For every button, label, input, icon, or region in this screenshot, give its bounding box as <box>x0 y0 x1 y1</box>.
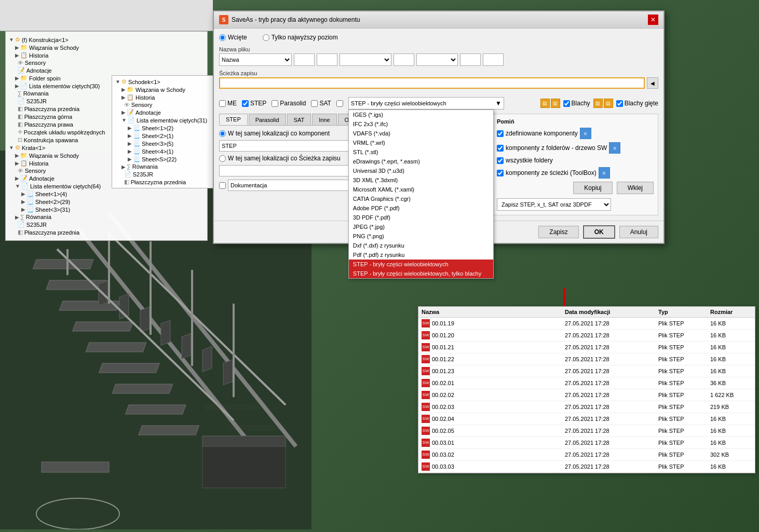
doc-checkbox[interactable] <box>219 182 226 189</box>
path-input[interactable]: C:\Users\karpi\Desktop\Szkolenie MacroSo… <box>219 77 645 89</box>
tree-item-s235jr-2[interactable]: 📄 S235JR <box>14 221 205 228</box>
dropdown-item-step-blachy[interactable]: STEP - bryły części wieloobiektowych, ty… <box>349 269 493 278</box>
tab-parasolid[interactable]: Parasolid <box>249 114 286 125</box>
tree-item-s235jr-s[interactable]: 📄 S235JR <box>120 170 213 178</box>
cb-blachy-giete[interactable]: Blachy gięte <box>616 100 658 107</box>
tree-item-historia[interactable]: ▶ 📋 Historia <box>14 51 205 59</box>
file-row[interactable]: SW 00.01.23 27.05.2021 17:28 Plik STEP 1… <box>418 365 755 377</box>
nazwa-input-extra1[interactable] <box>294 53 315 66</box>
radio-wciente[interactable]: Wcięte <box>219 34 247 41</box>
tree-item-adnotacje-s[interactable]: ▶ 📝 Adnotacje <box>120 108 213 116</box>
omit-cb-1[interactable] <box>497 130 504 137</box>
col-data[interactable]: Data modyfikacji <box>565 309 658 315</box>
col-nazwa[interactable]: Nazwa <box>422 309 565 315</box>
file-row[interactable]: SW 00.01.21 27.05.2021 17:28 Plik STEP 1… <box>418 342 755 353</box>
dropdown-item-3dpdf[interactable]: 3D PDF (*.pdf) <box>349 213 493 222</box>
cb-me[interactable]: ME <box>219 100 237 107</box>
col-rozmiar[interactable]: Rozmiar <box>710 309 752 315</box>
tab-step[interactable]: STEP <box>219 114 248 125</box>
tree-item-sheet3-5[interactable]: ▶ 📃 Sheet<3>(5) <box>127 140 213 147</box>
tree-item-schodek[interactable]: ▼ ⚙ Schodek<1> <box>114 78 213 86</box>
dropdown-item-jpeg[interactable]: JPEG (*.jpg) <box>349 222 493 231</box>
nazwa-select-2[interactable] <box>340 53 391 66</box>
nazwa-input-extra5[interactable] <box>483 53 504 66</box>
cb-sat[interactable]: SAT <box>311 100 331 107</box>
dropdown-item-vrml[interactable]: VRML (*.wrl) <box>349 138 493 147</box>
dropdown-item-pdf[interactable]: Adobe PDF (*.pdf) <box>349 203 493 213</box>
tree-item-sensory-s[interactable]: 👁 Sensory <box>120 101 213 108</box>
save-button[interactable]: Zapisz <box>538 226 578 238</box>
file-row[interactable]: SW 00.01.20 27.05.2021 17:28 Plik STEP 1… <box>418 330 755 342</box>
dropdown-item-u3d[interactable]: Universal 3D (*.u3d) <box>349 166 493 175</box>
dropdown-item-step-multi[interactable]: STEP - bryły części wieloobiektowych <box>349 260 493 269</box>
omit-cb-3[interactable] <box>497 157 504 164</box>
dropdown-item-3dxml[interactable]: 3D XML (*.3dxml) <box>349 175 493 185</box>
tree-item-rownania-2[interactable]: ▶ ∑ Równania <box>14 213 205 221</box>
tree-item-sheet1-2[interactable]: ▶ 📃 Sheet<1>(2) <box>127 124 213 132</box>
dropdown-item-vdafs[interactable]: VDAFS (*.vda) <box>349 129 493 138</box>
file-row[interactable]: SW 00.01.22 27.05.2021 17:28 Plik STEP 1… <box>418 353 755 365</box>
tree-item-sheet2-1[interactable]: ▶ 📃 Sheet<2>(1) <box>127 132 213 140</box>
nazwa-select[interactable]: Nazwa <box>219 53 292 66</box>
omit-cb-2[interactable] <box>497 145 504 152</box>
tree-item-plaszcz-przednia-2[interactable]: ◧ Płaszczyzna przednia <box>14 228 205 236</box>
file-row[interactable]: SW 00.02.03 27.05.2021 17:28 Plik STEP 2… <box>418 401 755 413</box>
dropdown-item-stl[interactable]: STL (*.stl) <box>349 147 493 157</box>
tab-inne[interactable]: Inne <box>312 114 336 125</box>
col-typ[interactable]: Typ <box>658 309 710 315</box>
file-row[interactable]: SW 00.01.19 27.05.2021 17:28 Plik STEP 1… <box>418 318 755 330</box>
cb-parasolid[interactable]: Parasolid <box>272 100 306 107</box>
cancel-button[interactable]: Anuluj <box>619 226 658 238</box>
dropdown-item-iges[interactable]: IGES (*.igs) <box>349 110 493 119</box>
tree-item-wiazania[interactable]: ▶ 📁 Wiązania w Schody <box>14 44 205 51</box>
format-dropdown-trigger[interactable]: STEP - bryły części wieloobiektowych ▼ <box>348 97 504 110</box>
tree-item-sheet2-29[interactable]: ▶ 📃 Sheet<2>(29) <box>20 198 205 206</box>
path-browse-button[interactable]: ◀ <box>647 77 658 89</box>
tree-item-lista-31[interactable]: ▼ 📄 Lista elementów ciętych(31) <box>120 116 213 124</box>
dropdown-item-xaml[interactable]: Microsoft XAML (*.xaml) <box>349 185 493 194</box>
close-button[interactable]: ✕ <box>648 15 658 25</box>
tree-item-sheet1-4[interactable]: ▶ 📃 Sheet<1>(4) <box>20 190 205 198</box>
tab-sat[interactable]: SAT <box>287 114 311 125</box>
tree-item-sensory-1[interactable]: 👁 Sensory <box>14 59 205 66</box>
tree-item-sheet5-22[interactable]: ▶ 📃 Sheet<5>(22) <box>127 155 213 163</box>
file-row[interactable]: SW 00.03.03 27.05.2021 17:28 Plik STEP 1… <box>418 461 755 473</box>
tree-item-adnotacje[interactable]: 📝 Adnotacje <box>14 66 205 74</box>
file-row[interactable]: SW 00.02.02 27.05.2021 17:28 Plik STEP 1… <box>418 389 755 401</box>
tree-item-historia-s[interactable]: ▶ 📋 Historia <box>120 93 213 101</box>
dropdown-item-dxf[interactable]: Dxf (*.dxf) z rysunku <box>349 241 493 250</box>
dropdown-item-ifc[interactable]: IFC 2x3 (*.ifc) <box>349 119 493 129</box>
cb-extra[interactable] <box>336 100 343 107</box>
nazwa-input-extra2[interactable] <box>317 53 337 66</box>
dropdown-item-png[interactable]: PNG (*.png) <box>349 231 493 241</box>
omit-list-btn-1[interactable]: ≡ <box>580 128 591 139</box>
file-row[interactable]: SW 00.03.02 27.05.2021 17:28 Plik STEP 3… <box>418 449 755 461</box>
file-row[interactable]: SW 00.02.01 27.05.2021 17:28 Plik STEP 3… <box>418 377 755 389</box>
tree-item-wiazania-s[interactable]: ▶ 📁 Wiązania w Schody <box>120 86 213 93</box>
dropdown-item-catia[interactable]: CATIA Graphics (*.cgr) <box>349 194 493 203</box>
nazwa-select-3[interactable] <box>416 53 458 66</box>
annot-icon: 📝 <box>18 67 25 74</box>
omit-list-btn-2[interactable]: ≡ <box>609 142 620 154</box>
file-row[interactable]: SW 00.02.05 27.05.2021 17:28 Plik STEP 1… <box>418 425 755 437</box>
paste-button[interactable]: Wklej <box>617 182 654 194</box>
dropdown-item-pdf-ry[interactable]: Pdf (*.pdf) z rysunku <box>349 250 493 260</box>
tree-item-rownania-s[interactable]: ▶ ∑ Równania <box>120 163 213 170</box>
file-row[interactable]: SW 00.02.04 27.05.2021 17:28 Plik STEP 1… <box>418 413 755 425</box>
ok-button[interactable]: OK <box>583 225 615 239</box>
file-row[interactable]: SW 00.03.01 27.05.2021 17:28 Plik STEP 1… <box>418 437 755 449</box>
cb-blachy[interactable]: Blachy <box>563 100 590 107</box>
dropdown-item-edrawings[interactable]: eDrawings (*.eprt, *.easm) <box>349 157 493 166</box>
tree-item-sheet3-31[interactable]: ▶ 📃 Sheet<3>(31) <box>20 206 205 213</box>
copy-button[interactable]: Kopiuj <box>573 182 612 194</box>
omit-list-btn-4[interactable]: ≡ <box>599 167 610 179</box>
nazwa-input-extra3[interactable] <box>394 53 414 66</box>
nazwa-input-extra4[interactable] <box>460 53 481 66</box>
tree-item-sheet4-1[interactable]: ▶ 📃 Sheet<4>(1) <box>127 147 213 155</box>
tree-item-plaszcz-s[interactable]: ◧ Płaszczyzna przednia <box>120 178 213 186</box>
tree-item-konstrukcja[interactable]: ▼ ⚙ (f) Konstrukcja<1> <box>8 36 205 44</box>
cb-step[interactable]: STEP <box>242 100 266 107</box>
radio-najwyzszy[interactable]: Tylko najwyższy poziom <box>263 34 338 41</box>
omit-cb-4[interactable] <box>497 170 504 176</box>
save-format-select[interactable]: Zapisz STEP, x_t, SAT oraz 3DPDF <box>497 198 611 211</box>
